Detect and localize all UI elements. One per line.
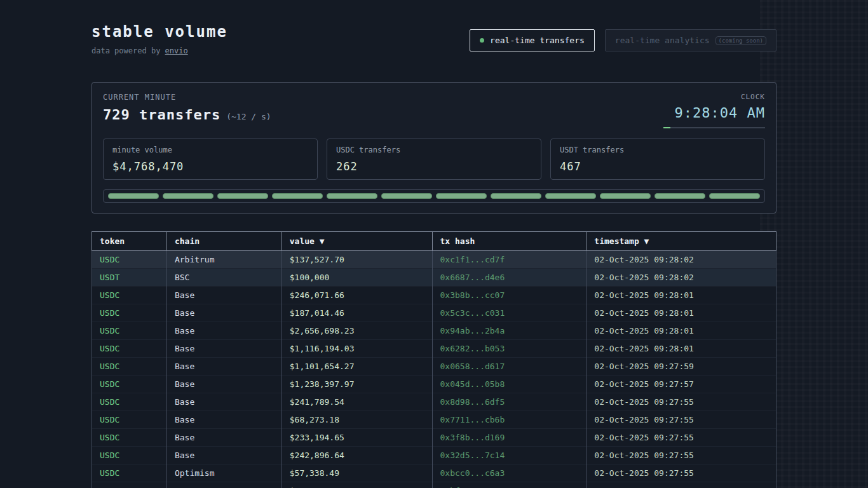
cell-token: USDC — [92, 376, 167, 393]
current-minute-panel: CURRENT MINUTE 729 transfers (~12 / s) C… — [92, 82, 776, 214]
cell-timestamp: 02-Oct-2025 09:28:01 — [587, 304, 776, 322]
cell-chain: Base — [166, 322, 281, 340]
activity-bar-segment — [327, 193, 377, 199]
col-timestamp-sort[interactable]: timestamp ▼ — [587, 232, 776, 251]
transfer-count-block: CURRENT MINUTE 729 transfers (~12 / s) — [103, 93, 271, 123]
tab-realtime-transfers[interactable]: real-time transfers — [470, 29, 595, 51]
cell-token: USDC — [92, 429, 167, 447]
tab-realtime-analytics[interactable]: real-time analytics (coming soon) — [605, 29, 776, 51]
cell-tx-hash-link[interactable]: 0x3f8b...d169 — [432, 429, 587, 447]
activity-bar-segment — [163, 193, 214, 199]
cell-tx-hash-link[interactable]: 0x94ab...2b4a — [432, 322, 587, 340]
cell-timestamp: 02-Oct-2025 09:28:02 — [587, 269, 776, 287]
cell-timestamp: 02-Oct-2025 09:28:01 — [587, 287, 776, 304]
cell-value: $187,014.46 — [281, 304, 432, 322]
cell-tx-hash-link[interactable]: 0xbcc0...c6a3 — [432, 464, 587, 482]
activity-bar-segment — [545, 193, 596, 199]
cell-chain: Arbitrum — [166, 251, 281, 269]
cell-token: USDC — [92, 393, 167, 411]
table-row: USDC Base $187,014.46 0x5c3c...c031 02-O… — [92, 304, 776, 322]
cell-chain: BSC — [166, 269, 281, 287]
cell-chain: Base — [166, 482, 281, 488]
cell-value: $1,238,397.97 — [281, 376, 432, 393]
transfers-table: token chain value ▼ tx hash timestamp ▼ … — [92, 231, 776, 488]
table-row: USDT BSC $100,000 0x6687...d4e6 02-Oct-2… — [92, 269, 776, 287]
table-row: USDC Base $233,194.65 0x3f8b...d169 02-O… — [92, 429, 776, 447]
cell-timestamp: 02-Oct-2025 09:27:59 — [587, 358, 776, 376]
activity-bar-segment — [381, 193, 432, 199]
cell-timestamp: 02-Oct-2025 09:28:01 — [587, 340, 776, 358]
cell-timestamp: 02-Oct-2025 09:27:55 — [587, 464, 776, 482]
cell-tx-hash-link[interactable]: 0x5c3c...c031 — [432, 304, 587, 322]
envio-link[interactable]: envio — [165, 46, 188, 55]
table-row: USDC Base $233,194.65 0xbf75...3661 02-O… — [92, 482, 776, 488]
cell-value: $246,071.66 — [281, 287, 432, 304]
title-block: stable volume data powered by envio — [92, 23, 227, 55]
cell-value: $241,789.54 — [281, 393, 432, 411]
cell-value: $242,896.64 — [281, 447, 432, 464]
cell-timestamp: 02-Oct-2025 09:27:55 — [587, 429, 776, 447]
cell-chain: Base — [166, 447, 281, 464]
page-header: stable volume data powered by envio real… — [92, 23, 776, 55]
table-row: USDC Base $68,273.18 0x7711...cb6b 02-Oc… — [92, 411, 776, 429]
col-token: token — [92, 232, 167, 251]
cell-tx-hash-link[interactable]: 0x32d5...7c14 — [432, 447, 587, 464]
cell-token: USDC — [92, 287, 167, 304]
cell-tx-hash-link[interactable]: 0xbf75...3661 — [432, 482, 587, 488]
cell-token: USDC — [92, 304, 167, 322]
clock-progress-track — [663, 127, 765, 128]
cell-timestamp: 02-Oct-2025 09:27:57 — [587, 376, 776, 393]
table-row: USDC Base $2,656,698.23 0x94ab...2b4a 02… — [92, 322, 776, 340]
cell-tx-hash-link[interactable]: 0x3b8b...cc07 — [432, 287, 587, 304]
stat-label: USDC transfers — [336, 146, 532, 154]
clock-label: CLOCK — [663, 93, 765, 101]
table-row: USDC Optimism $57,338.49 0xbcc0...c6a3 0… — [92, 464, 776, 482]
subtitle-text: data powered by — [92, 46, 165, 55]
current-minute-label: CURRENT MINUTE — [103, 93, 271, 102]
cell-timestamp: 02-Oct-2025 09:28:01 — [587, 322, 776, 340]
cell-timestamp: 02-Oct-2025 09:27:55 — [587, 393, 776, 411]
table-row: USDC Base $241,789.54 0x8d98...6df5 02-O… — [92, 393, 776, 411]
activity-bar-segment — [600, 193, 651, 199]
table-row: USDC Base $242,896.64 0x32d5...7c14 02-O… — [92, 447, 776, 464]
stat-value: 262 — [336, 160, 532, 173]
transfer-count: 729 transfers — [103, 107, 220, 123]
subtitle: data powered by envio — [92, 46, 227, 55]
table-row: USDC Base $1,238,397.97 0x045d...05b8 02… — [92, 376, 776, 393]
cell-timestamp: 02-Oct-2025 09:27:53 — [587, 482, 776, 488]
cell-chain: Base — [166, 340, 281, 358]
live-dot-icon — [480, 38, 484, 43]
col-value-sort[interactable]: value ▼ — [281, 232, 432, 251]
cell-tx-hash-link[interactable]: 0x8d98...6df5 — [432, 393, 587, 411]
cell-tx-hash-link[interactable]: 0xc1f1...cd7f — [432, 251, 587, 269]
activity-bar-segment — [709, 193, 760, 199]
cell-token: USDC — [92, 251, 167, 269]
table-header-row: token chain value ▼ tx hash timestamp ▼ — [92, 232, 776, 251]
page-title: stable volume — [92, 23, 227, 41]
cell-tx-hash-link[interactable]: 0x6282...b053 — [432, 340, 587, 358]
table-row: USDC Arbitrum $137,527.70 0xc1f1...cd7f … — [92, 251, 776, 269]
clock-time: 9:28:04 AM — [663, 105, 765, 121]
count-row: 729 transfers (~12 / s) — [103, 107, 271, 123]
col-tx-hash: tx hash — [432, 232, 587, 251]
cell-tx-hash-link[interactable]: 0x0658...d617 — [432, 358, 587, 376]
cell-tx-hash-link[interactable]: 0x7711...cb6b — [432, 411, 587, 429]
cell-value: $137,527.70 — [281, 251, 432, 269]
cell-timestamp: 02-Oct-2025 09:28:02 — [587, 251, 776, 269]
clock-progress-fill — [663, 127, 670, 128]
coming-soon-badge: (coming soon) — [715, 36, 766, 45]
panel-top: CURRENT MINUTE 729 transfers (~12 / s) C… — [103, 93, 765, 128]
clock-block: CLOCK 9:28:04 AM — [663, 93, 765, 128]
stat-value: 467 — [560, 160, 756, 173]
stat-usdc-transfers: USDC transfers 262 — [327, 139, 541, 180]
activity-bar-segment — [654, 193, 705, 199]
cell-token: USDC — [92, 322, 167, 340]
col-chain: chain — [166, 232, 281, 251]
cell-value: $68,273.18 — [281, 411, 432, 429]
cell-tx-hash-link[interactable]: 0x6687...d4e6 — [432, 269, 587, 287]
cell-chain: Optimism — [166, 464, 281, 482]
cell-tx-hash-link[interactable]: 0x045d...05b8 — [432, 376, 587, 393]
cell-value: $1,116,194.03 — [281, 340, 432, 358]
cell-token: USDC — [92, 340, 167, 358]
activity-bar-segment — [436, 193, 487, 199]
